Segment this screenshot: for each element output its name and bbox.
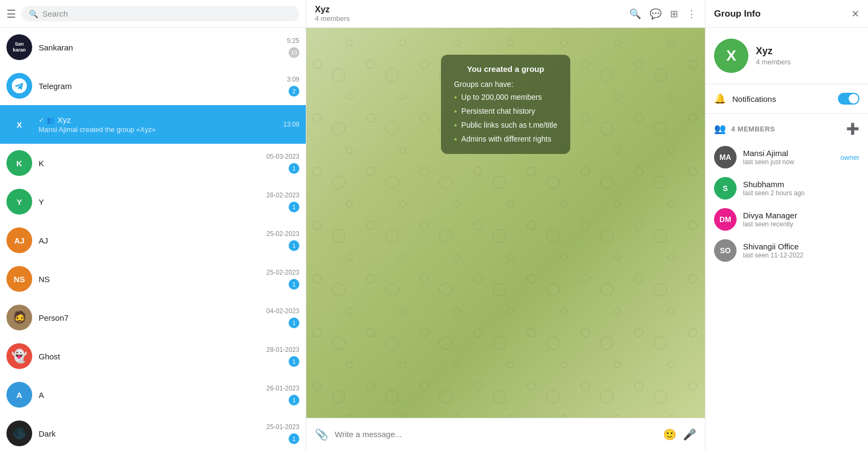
unread-badge: 2 — [289, 86, 299, 97]
chat-meta: 3:092 — [278, 76, 299, 97]
member-info: Shubhamm last seen 2 hours ago — [743, 180, 859, 197]
notifications-toggle[interactable] — [838, 93, 859, 105]
members-list: MA Mansi Ajimal last seen just now owner… — [714, 142, 859, 266]
chat-name: Telegram — [39, 82, 271, 91]
chat-info: A — [39, 390, 260, 400]
chat-name: A — [39, 390, 260, 400]
chat-info: Dark — [39, 429, 260, 438]
member-info: Divya Manager last seen recently — [743, 211, 859, 228]
menu-icon[interactable]: ☰ — [6, 8, 16, 20]
chat-name-text: AJ — [39, 236, 48, 245]
members-header-left: 👥 4 MEMBERS — [714, 123, 775, 135]
chat-item-person7[interactable]: 🧔 Person7 04-02-20231 — [0, 298, 306, 337]
chat-time: 28-01-2023 — [267, 346, 299, 353]
unread-badge: 10 — [289, 47, 299, 58]
group-created-title: You created a group — [454, 64, 557, 73]
unread-badge: 1 — [289, 395, 299, 405]
chat-item-y[interactable]: Y Y 28-02-20231 — [0, 182, 306, 221]
member-avatar: SO — [714, 239, 737, 262]
bullet-icon: • — [454, 121, 457, 130]
group-profile-members: 4 members — [756, 58, 791, 66]
group-avatar-large: X — [714, 39, 748, 73]
group-created-card: You created a group Groups can have: •Up… — [441, 55, 570, 154]
feature-text: Admins with different rights — [461, 135, 551, 143]
chat-name: Sankaran — [39, 43, 271, 52]
member-item[interactable]: SO Shivangii Office last seen 11-12-2022 — [714, 235, 859, 266]
add-member-icon[interactable]: ➕ — [846, 122, 859, 135]
chat-item-ghost[interactable]: 👻 Ghost 28-01-20231 — [0, 337, 306, 375]
chat-item-xyz[interactable]: X ✓👥Xyz Mansi Ajimal created the group «… — [0, 105, 306, 144]
more-options-icon[interactable]: ⋮ — [687, 8, 696, 20]
chat-time: 26-01-2023 — [267, 385, 299, 392]
chat-item-telegram[interactable]: Telegram 3:092 — [0, 67, 306, 105]
group-profile-details: Xyz 4 members — [756, 46, 791, 66]
feature-item: •Admins with different rights — [454, 135, 557, 144]
group-indicator: 👥 — [47, 116, 55, 124]
chat-time: 28-02-2023 — [267, 191, 299, 199]
voice-icon[interactable]: 🎤 — [683, 428, 696, 441]
chat-info: Person7 — [39, 313, 260, 322]
sidebar: ☰ 🔍 Search Sankaran Sankaran 5:2510 Tele… — [0, 0, 306, 450]
chat-header-info: Xyz 4 members — [315, 5, 629, 23]
chat-item-dark[interactable]: 🌑 Dark 25-01-20231 — [0, 414, 306, 450]
chat-info: Ghost — [39, 352, 260, 361]
members-section: 👥 4 MEMBERS ➕ MA Mansi Ajimal last seen … — [705, 114, 868, 275]
chat-meta: 28-02-20231 — [267, 191, 299, 212]
chat-meta: 25-02-20231 — [267, 230, 299, 251]
voice-chat-icon[interactable]: 💬 — [650, 8, 661, 20]
chat-time: 05-03-2023 — [267, 153, 299, 160]
bullet-icon: • — [454, 135, 457, 144]
chat-item-k[interactable]: K K 05-03-20231 — [0, 144, 306, 182]
member-item[interactable]: DM Divya Manager last seen recently — [714, 204, 859, 235]
chat-name-text: Sankaran — [39, 43, 73, 52]
chat-list: Sankaran Sankaran 5:2510 Telegram 3:092 … — [0, 28, 306, 450]
chat-time: 04-02-2023 — [267, 307, 299, 315]
message-input[interactable] — [335, 430, 657, 439]
group-profile-name: Xyz — [756, 46, 791, 57]
unread-badge: 1 — [289, 240, 299, 251]
chat-preview: Mansi Ajimal created the group «Xyz» — [39, 126, 271, 134]
bullet-icon: • — [454, 107, 457, 116]
member-item[interactable]: S Shubhamm last seen 2 hours ago — [714, 173, 859, 204]
notifications-row: 🔔 Notifications — [705, 84, 868, 114]
chat-name: Dark — [39, 429, 260, 438]
chat-name: AJ — [39, 236, 260, 245]
chat-item-ns[interactable]: NS NS 25-02-20231 — [0, 260, 306, 298]
chat-messages: You created a group Groups can have: •Up… — [306, 28, 705, 418]
chat-meta: 26-01-20231 — [267, 385, 299, 405]
attachment-icon[interactable]: 📎 — [315, 428, 328, 441]
search-icon: 🔍 — [29, 10, 38, 18]
chat-time: 25-02-2023 — [267, 269, 299, 276]
member-info: Mansi Ajimal last seen just now — [743, 149, 834, 166]
member-name: Divya Manager — [743, 211, 859, 220]
emoji-icon[interactable]: 🙂 — [663, 428, 676, 441]
columns-icon[interactable]: ⊞ — [670, 8, 678, 20]
member-item[interactable]: MA Mansi Ajimal last seen just now owner — [714, 142, 859, 173]
member-name: Shivangii Office — [743, 242, 859, 251]
chat-header-icons: 🔍 💬 ⊞ ⋮ — [629, 8, 696, 20]
chat-meta: 13:09 — [278, 121, 299, 128]
chat-name: K — [39, 159, 260, 168]
chat-name: Ghost — [39, 352, 260, 361]
search-label: Search — [42, 9, 68, 18]
chat-item-aj[interactable]: AJ AJ 25-02-20231 — [0, 221, 306, 260]
member-status: last seen recently — [743, 220, 859, 228]
chat-info: K — [39, 159, 260, 168]
chat-meta: 5:2510 — [278, 37, 299, 58]
chat-time: 3:09 — [287, 76, 299, 83]
unread-badge: 1 — [289, 202, 299, 212]
chat-time: 13:09 — [283, 121, 299, 128]
chat-title: Xyz — [315, 5, 629, 14]
chat-item-a[interactable]: A A 26-01-20231 — [0, 375, 306, 414]
member-avatar: S — [714, 177, 737, 200]
chat-input-area: 📎 🙂 🎤 — [306, 418, 705, 450]
member-info: Shivangii Office last seen 11-12-2022 — [743, 242, 859, 259]
feature-item: •Up to 200,000 members — [454, 93, 557, 102]
unread-badge: 1 — [289, 279, 299, 290]
search-bar[interactable]: 🔍 Search — [21, 6, 299, 21]
close-panel-icon[interactable]: ✕ — [851, 8, 859, 20]
unread-badge: 1 — [289, 163, 299, 174]
chat-item-sankaran[interactable]: Sankaran Sankaran 5:2510 — [0, 28, 306, 67]
search-chat-icon[interactable]: 🔍 — [629, 8, 641, 20]
unread-badge: 1 — [289, 356, 299, 367]
